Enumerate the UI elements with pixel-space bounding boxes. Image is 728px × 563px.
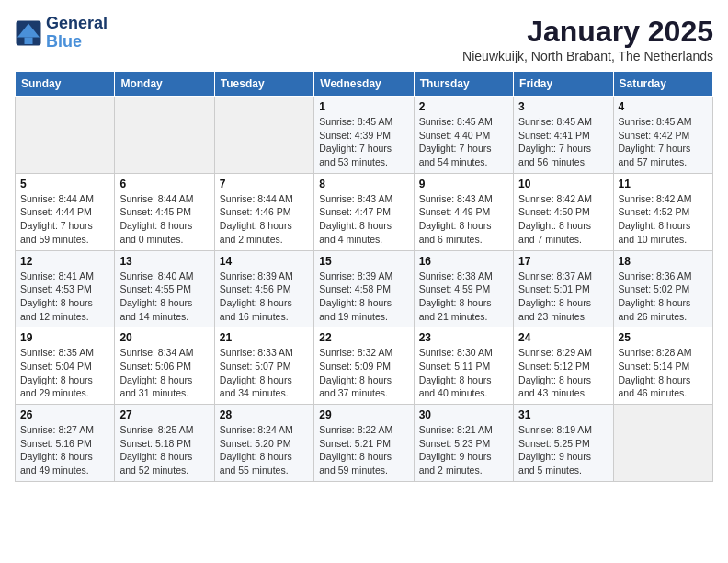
day-info: Sunrise: 8:45 AM Sunset: 4:42 PM Dayligh… [619,115,708,169]
calendar: SundayMondayTuesdayWednesdayThursdayFrid… [15,71,713,482]
logo: General Blue [15,15,108,52]
weekday-label: Tuesday [214,72,313,97]
calendar-day: 25Sunrise: 8:28 AM Sunset: 5:14 PM Dayli… [613,327,712,405]
day-info: Sunrise: 8:32 AM Sunset: 5:09 PM Dayligh… [319,346,408,400]
day-number: 3 [518,100,608,113]
day-number: 8 [319,178,408,190]
calendar-week: 19Sunrise: 8:35 AM Sunset: 5:04 PM Dayli… [16,327,713,405]
calendar-day: 12Sunrise: 8:41 AM Sunset: 4:53 PM Dayli… [16,250,115,327]
calendar-week: 12Sunrise: 8:41 AM Sunset: 4:53 PM Dayli… [16,250,713,327]
weekday-label: Saturday [613,72,712,97]
day-number: 9 [419,178,508,190]
calendar-day: 17Sunrise: 8:37 AM Sunset: 5:01 PM Dayli… [514,250,613,327]
day-info: Sunrise: 8:45 AM Sunset: 4:41 PM Dayligh… [518,115,608,169]
day-info: Sunrise: 8:24 AM Sunset: 5:20 PM Dayligh… [220,423,309,477]
calendar-day: 22Sunrise: 8:32 AM Sunset: 5:09 PM Dayli… [314,327,414,405]
logo-icon [15,19,42,47]
calendar-day: 7Sunrise: 8:44 AM Sunset: 4:46 PM Daylig… [214,173,313,250]
calendar-day: 10Sunrise: 8:42 AM Sunset: 4:50 PM Dayli… [514,173,613,250]
day-info: Sunrise: 8:42 AM Sunset: 4:50 PM Dayligh… [518,192,608,247]
day-number: 23 [419,331,508,344]
weekday-label: Wednesday [314,72,414,97]
calendar-day: 19Sunrise: 8:35 AM Sunset: 5:04 PM Dayli… [16,327,115,405]
day-number: 24 [518,331,608,344]
calendar-day: 18Sunrise: 8:36 AM Sunset: 5:02 PM Dayli… [613,250,712,327]
day-number: 2 [419,100,508,113]
calendar-day: 14Sunrise: 8:39 AM Sunset: 4:56 PM Dayli… [214,250,313,327]
day-info: Sunrise: 8:40 AM Sunset: 4:55 PM Dayligh… [119,270,209,324]
day-info: Sunrise: 8:19 AM Sunset: 5:25 PM Dayligh… [518,423,608,477]
day-number: 13 [119,255,209,268]
calendar-day: 4Sunrise: 8:45 AM Sunset: 4:42 PM Daylig… [613,97,712,174]
day-info: Sunrise: 8:44 AM Sunset: 4:45 PM Dayligh… [119,192,209,247]
calendar-day: 27Sunrise: 8:25 AM Sunset: 5:18 PM Dayli… [115,405,214,482]
day-number: 5 [20,178,109,190]
calendar-day: 28Sunrise: 8:24 AM Sunset: 5:20 PM Dayli… [214,405,313,482]
day-number: 25 [619,331,708,344]
calendar-day: 31Sunrise: 8:19 AM Sunset: 5:25 PM Dayli… [514,405,613,482]
weekday-label: Friday [514,72,613,97]
logo-text: General Blue [46,15,108,52]
day-info: Sunrise: 8:43 AM Sunset: 4:47 PM Dayligh… [319,192,408,247]
calendar-day: 30Sunrise: 8:21 AM Sunset: 5:23 PM Dayli… [414,405,513,482]
day-number: 14 [220,255,309,268]
day-number: 15 [319,255,408,268]
calendar-day: 26Sunrise: 8:27 AM Sunset: 5:16 PM Dayli… [16,405,115,482]
day-number: 27 [119,408,209,421]
calendar-week: 26Sunrise: 8:27 AM Sunset: 5:16 PM Dayli… [16,405,713,482]
day-number: 20 [119,331,209,344]
calendar-day: 13Sunrise: 8:40 AM Sunset: 4:55 PM Dayli… [115,250,214,327]
weekday-label: Sunday [16,72,115,97]
day-info: Sunrise: 8:34 AM Sunset: 5:06 PM Dayligh… [119,346,209,400]
calendar-day: 29Sunrise: 8:22 AM Sunset: 5:21 PM Dayli… [314,405,414,482]
day-info: Sunrise: 8:27 AM Sunset: 5:16 PM Dayligh… [20,423,109,477]
day-number: 29 [319,408,408,421]
calendar-day: 11Sunrise: 8:42 AM Sunset: 4:52 PM Dayli… [613,173,712,250]
calendar-day: 16Sunrise: 8:38 AM Sunset: 4:59 PM Dayli… [414,250,513,327]
day-info: Sunrise: 8:45 AM Sunset: 4:39 PM Dayligh… [319,115,408,169]
day-number: 28 [220,408,309,421]
calendar-body: 1Sunrise: 8:45 AM Sunset: 4:39 PM Daylig… [16,97,713,482]
calendar-week: 5Sunrise: 8:44 AM Sunset: 4:44 PM Daylig… [16,173,713,250]
calendar-day: 3Sunrise: 8:45 AM Sunset: 4:41 PM Daylig… [514,97,613,174]
day-info: Sunrise: 8:44 AM Sunset: 4:44 PM Dayligh… [20,192,109,247]
day-info: Sunrise: 8:36 AM Sunset: 5:02 PM Dayligh… [619,270,708,324]
day-info: Sunrise: 8:30 AM Sunset: 5:11 PM Dayligh… [419,346,508,400]
day-info: Sunrise: 8:25 AM Sunset: 5:18 PM Dayligh… [119,423,209,477]
calendar-day: 23Sunrise: 8:30 AM Sunset: 5:11 PM Dayli… [414,327,513,405]
day-info: Sunrise: 8:29 AM Sunset: 5:12 PM Dayligh… [518,346,608,400]
day-info: Sunrise: 8:39 AM Sunset: 4:58 PM Dayligh… [319,270,408,324]
calendar-day: 8Sunrise: 8:43 AM Sunset: 4:47 PM Daylig… [314,173,414,250]
month-year: January 2025 [462,15,713,49]
calendar-day: 15Sunrise: 8:39 AM Sunset: 4:58 PM Dayli… [314,250,414,327]
day-number: 30 [419,408,508,421]
day-info: Sunrise: 8:39 AM Sunset: 4:56 PM Dayligh… [220,270,309,324]
weekday-header: SundayMondayTuesdayWednesdayThursdayFrid… [16,72,713,97]
day-number: 6 [119,178,209,190]
day-info: Sunrise: 8:44 AM Sunset: 4:46 PM Dayligh… [220,192,309,247]
calendar-day [115,97,214,174]
location: Nieuwkuijk, North Brabant, The Netherlan… [462,49,713,63]
day-info: Sunrise: 8:45 AM Sunset: 4:40 PM Dayligh… [419,115,508,169]
day-number: 21 [220,331,309,344]
calendar-week: 1Sunrise: 8:45 AM Sunset: 4:39 PM Daylig… [16,97,713,174]
calendar-day: 6Sunrise: 8:44 AM Sunset: 4:45 PM Daylig… [115,173,214,250]
day-info: Sunrise: 8:35 AM Sunset: 5:04 PM Dayligh… [20,346,109,400]
day-info: Sunrise: 8:41 AM Sunset: 4:53 PM Dayligh… [20,270,109,324]
day-number: 19 [20,331,109,344]
calendar-day [16,97,115,174]
day-number: 31 [518,408,608,421]
header: General Blue January 2025 Nieuwkuijk, No… [15,15,713,63]
calendar-day: 2Sunrise: 8:45 AM Sunset: 4:40 PM Daylig… [414,97,513,174]
calendar-day [613,405,712,482]
day-number: 7 [220,178,309,190]
day-info: Sunrise: 8:22 AM Sunset: 5:21 PM Dayligh… [319,423,408,477]
calendar-day: 1Sunrise: 8:45 AM Sunset: 4:39 PM Daylig… [314,97,414,174]
day-info: Sunrise: 8:33 AM Sunset: 5:07 PM Dayligh… [220,346,309,400]
day-number: 4 [619,100,708,113]
day-number: 22 [319,331,408,344]
logo-line2: Blue [46,33,108,52]
day-number: 1 [319,100,408,113]
day-number: 18 [619,255,708,268]
day-info: Sunrise: 8:28 AM Sunset: 5:14 PM Dayligh… [619,346,708,400]
